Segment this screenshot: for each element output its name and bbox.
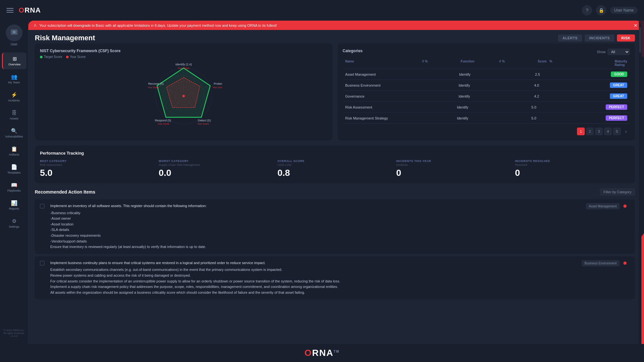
sidebar-item-playbooks[interactable]: 📖 Playbooks: [2, 179, 26, 195]
performance-grid: BEST CATEGORY Risk Assessment 5.0 WORST …: [40, 159, 630, 178]
app-logo: ORNA: [19, 6, 41, 14]
row-score-4: 5.0: [531, 116, 606, 120]
sidebar-item-overview[interactable]: ⊞ Overview: [2, 52, 26, 69]
table-row: Risk Management Strategy Identify 5.0 PE…: [343, 113, 630, 124]
col-name: Name: [345, 60, 422, 67]
alerts-button[interactable]: ALERTS: [558, 34, 582, 42]
logo-o: O: [19, 6, 24, 14]
sidebar-item-incidents[interactable]: ⚡ Incidents: [2, 89, 26, 105]
svg-text:Respond (5): Respond (5): [155, 119, 171, 122]
filter-category-btn[interactable]: Filter by Category: [600, 188, 635, 195]
table-row: Governance Identify 4.2 GREAT: [343, 91, 630, 102]
action-detail-1-0: Establish secondary communications chann…: [50, 267, 578, 273]
hamburger-menu[interactable]: [6, 8, 14, 13]
perf-best-category: BEST CATEGORY Risk Assessment 5.0: [40, 159, 155, 178]
avatar-name: User: [11, 43, 17, 46]
templates-label: Templates: [7, 171, 21, 174]
row-function-4: Identify: [457, 116, 494, 120]
page-next[interactable]: ›: [622, 128, 630, 135]
action-detail-1-2: For critical assets consider the impleme…: [50, 279, 578, 284]
alert-close[interactable]: ✕: [634, 23, 638, 28]
header-actions: ALERTS INCIDENTS RISK: [558, 34, 635, 42]
col-name-pct: # %: [422, 60, 461, 67]
footer-tm: TM: [334, 350, 340, 353]
sidebar-item-settings[interactable]: ⚙ Settings: [2, 215, 26, 232]
col-maturity: Maturity Rating: [615, 60, 627, 67]
chart-title: NIST Cybersecurity Framework (CSF) Score: [40, 49, 327, 53]
page-body: NIST Cybersecurity Framework (CSF) Score…: [28, 43, 641, 344]
lock-icon[interactable]: 🔒: [596, 5, 606, 15]
col-function-pct: # %: [499, 60, 538, 67]
scrollbar-track[interactable]: [639, 21, 641, 344]
perf-inc-value: 0: [396, 168, 511, 178]
perf-best-label: BEST CATEGORY: [40, 159, 155, 163]
perf-overall-sub: LOW-LOW: [277, 163, 392, 167]
svg-text:Detect (5): Detect (5): [198, 119, 211, 122]
categories-header: Categories Show All Good Great Perfect: [343, 49, 630, 55]
sidebar-item-artifacts[interactable]: 📋 Artifacts: [2, 143, 26, 159]
user-pill[interactable]: User Name: [610, 7, 638, 14]
page-5[interactable]: 5: [613, 128, 621, 135]
incidents-label: Incidents: [8, 99, 20, 102]
perf-res-sub: Resolved: [515, 163, 630, 167]
legend-your-label: Your Score: [70, 55, 86, 59]
alert-icon: ⚠: [34, 23, 37, 27]
col-score: Score %: [538, 60, 615, 67]
sidebar-item-templates[interactable]: 📄 Templates: [2, 161, 26, 177]
svg-text:Identify (2.4): Identify (2.4): [175, 63, 192, 66]
sidebar-item-assets[interactable]: 🗄 Assets: [2, 107, 26, 123]
top-bar-left: ORNA: [6, 6, 41, 14]
risk-button[interactable]: RISK: [617, 34, 635, 42]
incidents-button[interactable]: INCIDENTS: [585, 34, 614, 42]
row-maturity-4: PERFECT: [606, 115, 627, 121]
categories-title: Categories: [343, 49, 363, 53]
help-icon[interactable]: ?: [582, 5, 592, 15]
page-3[interactable]: 3: [595, 128, 603, 135]
avatar-container: User: [6, 24, 23, 46]
team-label: My Team: [8, 81, 20, 84]
footer-logo-rna: RNA: [312, 348, 334, 358]
sidebar-item-my-team[interactable]: 👥 My Team: [2, 71, 26, 87]
artifacts-label: Artifacts: [9, 153, 19, 156]
table-row: Asset Management Identify 2.5 GOOD: [343, 69, 630, 80]
categories-card: Categories Show All Good Great Perfect: [338, 43, 635, 140]
svg-point-1: [13, 31, 15, 33]
action-tag-0: Asset Management: [586, 203, 620, 209]
top-row: NIST Cybersecurity Framework (CSF) Score…: [35, 43, 635, 140]
action-checkbox-1[interactable]: [40, 261, 44, 265]
sidebar-copyright: © 2023 ORNA Inc. All rights reserved. v1…: [0, 326, 28, 340]
action-detail-0-1: -Asset owner: [50, 216, 582, 222]
svg-text:Protect (5): Protect (5): [214, 82, 222, 85]
action-tag-1: Business Environment: [582, 260, 620, 266]
chart-card: NIST Cybersecurity Framework (CSF) Score…: [35, 43, 332, 140]
row-score-1: 4.0: [534, 83, 610, 87]
show-select[interactable]: All Good Great Perfect: [608, 49, 630, 55]
row-function-0: Identify: [459, 72, 497, 76]
categories-table: Name # % Function # % Score % Maturity R…: [343, 58, 630, 124]
avatar: [6, 24, 23, 41]
overview-icon: ⊞: [13, 56, 17, 62]
settings-label: Settings: [9, 225, 19, 228]
scrollbar-thumb[interactable]: [639, 27, 641, 53]
vuln-label: Vulnerabilities: [5, 135, 23, 138]
perf-res-label: INCIDENTS RESOLVED: [515, 159, 630, 163]
svg-text:Your Score: Your Score: [158, 122, 169, 125]
page-4[interactable]: 4: [604, 128, 612, 135]
legend-target-label: Target Score: [44, 55, 62, 59]
page-1[interactable]: 1: [577, 128, 585, 135]
page-2[interactable]: 2: [586, 128, 594, 135]
playbooks-icon: 📖: [11, 182, 17, 188]
reports-icon: 📊: [11, 200, 17, 206]
row-function-2: Identify: [458, 94, 496, 98]
svg-text:Recover (5): Recover (5): [148, 82, 164, 85]
assets-label: Assets: [10, 117, 18, 120]
show-filter: Show All Good Great Perfect: [597, 49, 630, 55]
sidebar-item-reports[interactable]: 📊 Reports: [2, 197, 26, 214]
action-checkbox-0[interactable]: [40, 204, 44, 208]
logo-rna: RNA: [24, 6, 41, 14]
perf-overall-score: OVERALL SCORE LOW-LOW 0.8: [277, 159, 392, 178]
sidebar-item-vulnerabilities[interactable]: 🔍 Vulnerabilities: [2, 125, 26, 141]
action-text-1: Implement business continuity plans to e…: [50, 260, 578, 296]
footer: ORNATM: [0, 344, 644, 362]
action-title: Recommended Action Items: [35, 189, 95, 195]
